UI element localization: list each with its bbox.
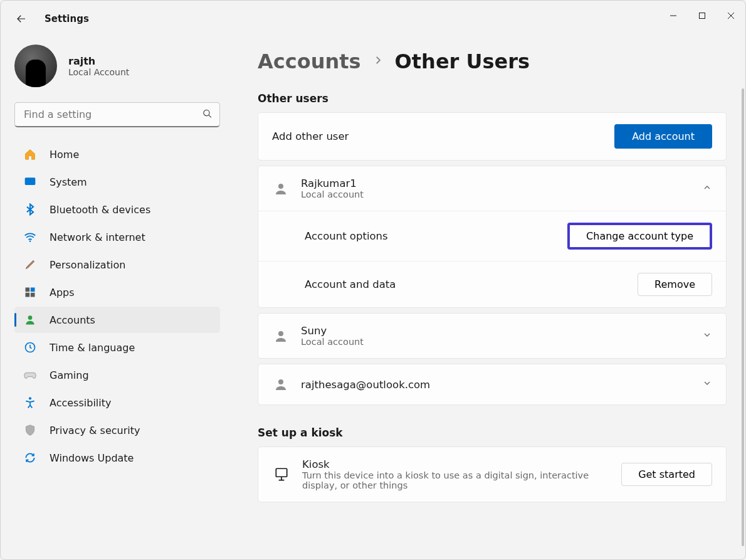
back-button[interactable] — [14, 12, 28, 26]
kiosk-icon — [272, 465, 291, 484]
sidebar-item-accessibility[interactable]: Accessibility — [14, 389, 220, 416]
svg-line-6 — [209, 115, 211, 117]
add-account-button[interactable]: Add account — [614, 124, 712, 149]
sidebar-item-label: Windows Update — [50, 452, 134, 464]
sidebar-item-network[interactable]: Network & internet — [14, 224, 220, 250]
update-icon — [23, 451, 37, 465]
sidebar-item-label: Bluetooth & devices — [50, 204, 150, 216]
sidebar-item-home[interactable]: Home — [14, 141, 220, 167]
svg-point-16 — [278, 184, 283, 189]
remove-button[interactable]: Remove — [638, 273, 712, 296]
system-icon — [23, 175, 37, 189]
kiosk-description: Turn this device into a kiosk to use as … — [302, 470, 597, 490]
user-subtitle: Local account — [301, 337, 691, 347]
wifi-icon — [23, 230, 37, 244]
profile-name: rajth — [68, 55, 129, 67]
other-users-heading: Other users — [258, 92, 727, 105]
svg-rect-1 — [700, 13, 705, 19]
sidebar-item-label: Apps — [50, 287, 75, 298]
window-minimize-button[interactable] — [659, 6, 688, 26]
person-icon — [272, 376, 290, 393]
sidebar-item-bluetooth[interactable]: Bluetooth & devices — [14, 196, 220, 223]
page-title: Other Users — [395, 50, 530, 73]
home-icon — [23, 147, 37, 161]
bluetooth-icon — [23, 203, 37, 216]
sidebar-item-label: Accounts — [50, 314, 95, 326]
apps-icon — [23, 285, 37, 299]
account-and-data-label: Account and data — [305, 278, 626, 290]
app-title: Settings — [45, 13, 89, 24]
add-other-user-label: Add other user — [272, 130, 603, 142]
sidebar-item-time[interactable]: Time & language — [14, 334, 220, 361]
chevron-right-icon — [372, 55, 384, 68]
person-icon — [23, 313, 37, 327]
user-name: rajthesaga@outlook.com — [301, 379, 691, 391]
user-row-rajkumar1[interactable]: Rajkumar1 Local account — [258, 166, 726, 211]
svg-rect-9 — [26, 288, 30, 292]
paintbrush-icon — [23, 258, 37, 272]
change-account-type-button[interactable]: Change account type — [567, 223, 712, 250]
svg-point-17 — [278, 331, 283, 336]
sidebar-item-label: Gaming — [50, 369, 89, 381]
sidebar-item-label: System — [50, 176, 87, 188]
svg-point-8 — [29, 240, 31, 242]
svg-point-18 — [278, 379, 283, 384]
sidebar-item-gaming[interactable]: Gaming — [14, 362, 220, 388]
window-close-button[interactable] — [717, 6, 745, 26]
user-name: Suny — [301, 325, 691, 337]
search-icon — [202, 108, 213, 122]
svg-point-5 — [204, 110, 209, 115]
sidebar-item-label: Home — [50, 149, 79, 161]
svg-rect-12 — [31, 293, 35, 297]
profile-block[interactable]: rajth Local Account — [14, 45, 220, 87]
kiosk-heading: Set up a kiosk — [258, 426, 727, 439]
scrollbar[interactable] — [742, 88, 744, 546]
person-icon — [272, 327, 290, 345]
sidebar-item-privacy[interactable]: Privacy & security — [14, 417, 220, 443]
chevron-down-icon — [702, 330, 712, 342]
sidebar-item-personalization[interactable]: Personalization — [14, 251, 220, 278]
user-name: Rajkumar1 — [301, 177, 691, 189]
svg-rect-19 — [276, 468, 286, 477]
svg-rect-7 — [25, 177, 36, 185]
breadcrumb: Accounts Other Users — [258, 50, 727, 73]
window-maximize-button[interactable] — [688, 6, 717, 26]
accessibility-icon — [23, 396, 37, 409]
sidebar-item-label: Personalization — [50, 259, 125, 271]
shield-icon — [23, 423, 37, 437]
chevron-down-icon — [702, 378, 712, 391]
gamepad-icon — [23, 368, 37, 382]
profile-subtitle: Local Account — [68, 67, 129, 77]
sidebar-item-apps[interactable]: Apps — [14, 279, 220, 305]
sidebar-item-label: Accessibility — [50, 397, 111, 409]
svg-point-15 — [29, 397, 31, 399]
svg-point-13 — [28, 315, 33, 320]
sidebar-item-accounts[interactable]: Accounts — [14, 307, 220, 333]
person-icon — [272, 180, 290, 198]
sidebar-item-label: Privacy & security — [50, 425, 140, 436]
svg-rect-11 — [26, 293, 30, 297]
clock-globe-icon — [23, 341, 37, 354]
svg-rect-10 — [31, 288, 35, 292]
user-row-outlook[interactable]: rajthesaga@outlook.com — [258, 364, 726, 404]
account-options-label: Account options — [305, 230, 556, 242]
get-started-button[interactable]: Get started — [621, 463, 712, 486]
breadcrumb-parent[interactable]: Accounts — [258, 50, 361, 73]
sidebar-item-update[interactable]: Windows Update — [14, 445, 220, 471]
kiosk-title: Kiosk — [302, 458, 610, 470]
sidebar-item-system[interactable]: System — [14, 169, 220, 195]
search-input[interactable] — [14, 102, 220, 127]
user-subtitle: Local account — [301, 189, 691, 199]
chevron-up-icon — [702, 182, 712, 195]
sidebar-item-label: Time & language — [50, 342, 135, 354]
user-row-suny[interactable]: Suny Local account — [258, 314, 726, 358]
sidebar-item-label: Network & internet — [50, 231, 145, 243]
avatar — [14, 45, 57, 87]
